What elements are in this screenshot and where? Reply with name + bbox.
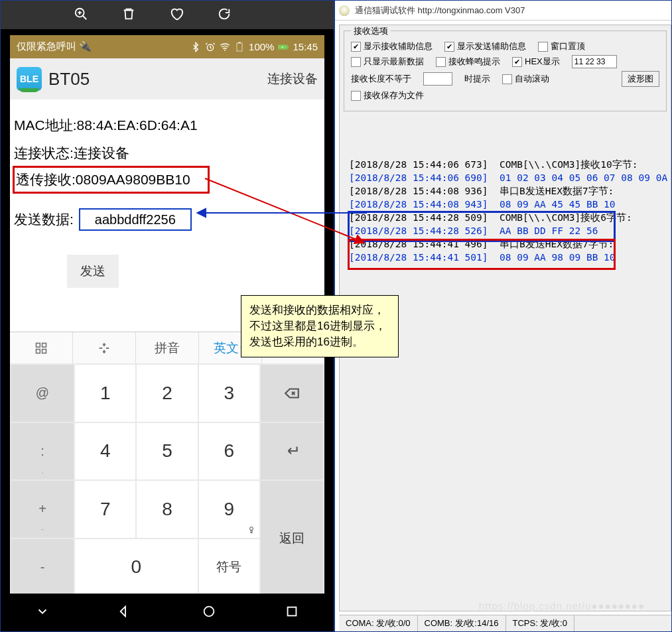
svg-rect-16 bbox=[288, 607, 297, 615]
window-title: 通信猫调试软件 http://tongxinmao.com V307 bbox=[355, 5, 525, 17]
window-titlebar[interactable]: 通信猫调试软件 http://tongxinmao.com V307 bbox=[335, 1, 671, 21]
ime-pinyin-tab[interactable]: 拼音 bbox=[136, 332, 199, 364]
cb-show-rx-aux[interactable]: ✔显示接收辅助信息 bbox=[351, 40, 433, 52]
key-enter[interactable] bbox=[261, 423, 323, 480]
key-5[interactable]: 5 bbox=[137, 423, 197, 480]
app-titlebar-icon bbox=[339, 5, 350, 16]
heart-icon[interactable] bbox=[169, 7, 184, 24]
watermark: https://blog.csdn.net/u●●●●●●●● bbox=[479, 600, 645, 611]
cb-save-file[interactable]: 接收保存为文件 bbox=[351, 90, 424, 101]
battery-icon bbox=[234, 42, 245, 52]
cb-only-latest[interactable]: 只显示最新数据 bbox=[351, 56, 424, 68]
svg-rect-9 bbox=[42, 344, 46, 348]
nav-recent-icon[interactable] bbox=[285, 604, 299, 621]
charging-icon bbox=[278, 42, 289, 52]
key-return[interactable]: 返回 bbox=[261, 481, 323, 596]
svg-rect-7 bbox=[288, 46, 289, 48]
numeric-keypad: @ 1 2 3 :. 4 5 6 +- 7 8 9 返回 - 0 符号 bbox=[10, 363, 324, 597]
svg-point-2 bbox=[224, 49, 226, 50]
key-0[interactable]: 0 bbox=[75, 539, 198, 596]
connect-device-button[interactable]: 连接设备 bbox=[267, 70, 318, 88]
cb-beep[interactable]: 接收蜂鸣提示 bbox=[436, 56, 500, 68]
len-input[interactable] bbox=[423, 72, 452, 86]
svg-rect-4 bbox=[238, 42, 241, 42]
send-button[interactable]: 发送 bbox=[67, 255, 119, 288]
key-3[interactable]: 3 bbox=[199, 365, 259, 422]
key-8[interactable]: 8 bbox=[137, 481, 197, 538]
log-highlight-send bbox=[348, 239, 616, 270]
cb-hex[interactable]: ✔HEX显示 bbox=[512, 56, 560, 68]
key-symbol[interactable]: 符号 bbox=[199, 539, 259, 596]
svg-rect-8 bbox=[36, 344, 40, 348]
key-minus[interactable]: - bbox=[11, 539, 74, 596]
receive-options-group: 接收选项 ✔显示接收辅助信息 ✔显示发送辅助信息 窗口置顶 只显示最新数据 接收… bbox=[344, 31, 667, 111]
cb-show-tx-aux[interactable]: ✔显示发送辅助信息 bbox=[444, 40, 526, 52]
wifi-icon bbox=[220, 42, 230, 52]
svg-point-15 bbox=[204, 606, 214, 616]
receive-value: 0809AA9809BB10 bbox=[76, 172, 190, 188]
connection-state-text: 连接状态:连接设备 bbox=[14, 144, 129, 162]
group-title: 接收选项 bbox=[351, 25, 391, 37]
mac-address-text: MAC地址:88:4A:EA:6D:64:A1 bbox=[14, 116, 198, 135]
key-backspace[interactable] bbox=[261, 365, 323, 422]
receive-label: 透传接收: bbox=[16, 170, 76, 189]
send-label: 发送数据: bbox=[14, 210, 74, 229]
key-9[interactable]: 9 bbox=[199, 481, 259, 538]
len-label: 接收长度不等于 bbox=[351, 73, 411, 85]
emulator-toolbar bbox=[1, 1, 334, 29]
app-icon: BLE bbox=[17, 67, 42, 91]
status-comb: COMB: 发/收:14/16 bbox=[418, 615, 506, 631]
log-line: [2018/8/28 15:44:06 673] COMB[\\.\COM3]接… bbox=[349, 158, 665, 171]
key-6[interactable]: 6 bbox=[199, 423, 259, 480]
log-line: [2018/8/28 15:44:08 936] 串口B发送HEX数据7字节: bbox=[349, 184, 665, 198]
log-line: [2018/8/28 15:44:06 690] 01 02 03 04 05 … bbox=[349, 171, 665, 184]
clock: 15:45 bbox=[293, 41, 318, 52]
status-coma: COMA: 发/收:0/0 bbox=[339, 615, 418, 631]
annotation-note: 发送和接收的数据相对应，不过这里都是16进制显示，发送也采用的16进制。 bbox=[241, 295, 399, 357]
log-line: [2018/8/28 15:44:08 943] 08 09 AA 45 45 … bbox=[349, 198, 665, 211]
nav-chevron-down-icon[interactable] bbox=[35, 604, 50, 621]
cb-auto-scroll[interactable]: 自动滚动 bbox=[502, 73, 549, 85]
ime-cursor-icon[interactable] bbox=[73, 332, 136, 364]
nav-back-icon[interactable] bbox=[118, 604, 133, 621]
svg-rect-10 bbox=[36, 349, 40, 353]
waveform-button[interactable]: 波形图 bbox=[622, 71, 659, 87]
key-4[interactable]: 4 bbox=[75, 423, 135, 480]
key-at[interactable]: @ bbox=[11, 365, 74, 422]
app-toolbar: BLE BT05 连接设备 bbox=[10, 58, 324, 100]
statusbar: COMA: 发/收:0/0 COMB: 发/收:14/16 TCPS: 发/收:… bbox=[339, 615, 671, 631]
len-suffix: 时提示 bbox=[464, 73, 490, 85]
nav-home-icon[interactable] bbox=[202, 604, 216, 621]
battery-percent: 100% bbox=[249, 41, 274, 52]
ime-grid-icon[interactable] bbox=[10, 332, 73, 364]
svg-point-13 bbox=[250, 527, 253, 530]
status-tcps: TCPS: 发/收:0 bbox=[506, 615, 574, 631]
key-7[interactable]: 7 bbox=[75, 481, 135, 538]
android-navbar bbox=[1, 594, 334, 631]
key-plus[interactable]: +- bbox=[11, 481, 74, 538]
status-left-text: 仅限紧急呼叫 🔌 bbox=[17, 40, 92, 53]
svg-rect-11 bbox=[42, 349, 46, 353]
svg-rect-14 bbox=[251, 530, 252, 533]
android-status-bar: 仅限紧急呼叫 🔌 100% 15:45 bbox=[10, 35, 324, 58]
key-colon[interactable]: :. bbox=[11, 423, 74, 480]
key-1[interactable]: 1 bbox=[75, 365, 135, 422]
cb-on-top[interactable]: 窗口置顶 bbox=[538, 40, 585, 52]
trash-icon[interactable] bbox=[121, 7, 136, 24]
svg-rect-3 bbox=[237, 43, 242, 51]
zoom-in-icon[interactable] bbox=[74, 7, 88, 24]
log-highlight-receive bbox=[348, 211, 616, 242]
rotate-icon[interactable] bbox=[217, 7, 232, 24]
send-input[interactable]: aabbddff2256 bbox=[79, 208, 192, 231]
key-2[interactable]: 2 bbox=[137, 365, 197, 422]
receive-data-box: 透传接收:0809AA9809BB10 bbox=[13, 166, 210, 194]
app-title: BT05 bbox=[48, 69, 90, 90]
hex-sample-input[interactable]: 11 22 33 bbox=[572, 55, 617, 68]
alarm-icon bbox=[205, 42, 216, 52]
bluetooth-icon bbox=[190, 42, 201, 52]
